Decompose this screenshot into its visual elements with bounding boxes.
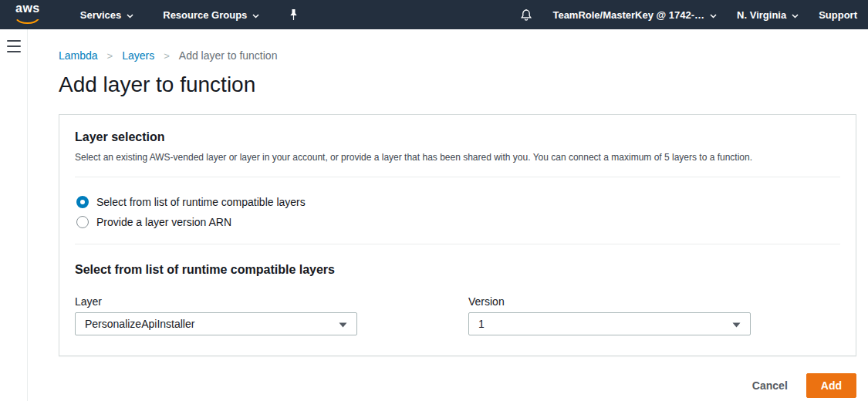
panel-heading: Layer selection: [75, 130, 840, 144]
top-navigation-right: TeamRole/MasterKey @ 1742-… N. Virginia …: [520, 8, 857, 22]
pin-icon[interactable]: [289, 8, 299, 21]
panel-description: Select an existing AWS-vended layer or l…: [75, 152, 840, 163]
aws-logo[interactable]: aws: [15, 2, 40, 28]
breadcrumb-lambda[interactable]: Lambda: [59, 49, 98, 62]
layer-field-label: Layer: [75, 295, 357, 308]
aws-logo-text: aws: [15, 2, 40, 14]
nav-resource-groups[interactable]: Resource Groups: [163, 9, 259, 21]
radio-unselected-icon: [76, 216, 89, 228]
section-heading: Select from list of runtime compatible l…: [75, 263, 840, 277]
nav-account-label: TeamRole/MasterKey @ 1742-…: [552, 9, 704, 21]
version-select[interactable]: 1: [468, 312, 751, 335]
nav-region-menu[interactable]: N. Virginia: [737, 9, 799, 21]
radio-selected-icon: [76, 196, 89, 208]
page-body: Lambda > Layers > Add layer to function …: [0, 29, 868, 401]
main-content: Lambda > Layers > Add layer to function …: [28, 29, 868, 401]
chevron-down-icon: [710, 9, 717, 21]
panel-header: Layer selection Select an existing AWS-v…: [59, 115, 856, 177]
chevron-down-icon: [792, 9, 799, 21]
nav-support[interactable]: Support: [819, 9, 857, 21]
nav-services-label: Services: [80, 9, 122, 21]
select-caret-icon: [732, 318, 741, 330]
radio-runtime-compatible-layers[interactable]: Select from list of runtime compatible l…: [76, 196, 840, 208]
top-navigation-bar: aws Services Resource Groups TeamRole/Ma…: [0, 0, 868, 29]
layer-selection-panel: Layer selection Select an existing AWS-v…: [59, 114, 856, 356]
chevron-down-icon: [127, 9, 133, 21]
runtime-compatible-layers-section: Select from list of runtime compatible l…: [59, 244, 856, 356]
footer-actions: Cancel Add: [59, 373, 856, 398]
nav-support-label: Support: [819, 9, 857, 21]
breadcrumb-separator-icon: >: [164, 50, 170, 62]
layer-select-value: PersonalizeApiInstaller: [85, 318, 194, 330]
left-sidebar: [0, 29, 28, 401]
nav-resource-groups-label: Resource Groups: [163, 9, 247, 21]
breadcrumb: Lambda > Layers > Add layer to function: [59, 49, 856, 62]
page-title: Add layer to function: [59, 72, 856, 97]
notifications-bell-icon[interactable]: [520, 8, 532, 22]
radio-label: Select from list of runtime compatible l…: [96, 196, 306, 208]
radio-label: Provide a layer version ARN: [96, 216, 231, 228]
nav-region-label: N. Virginia: [737, 9, 786, 21]
add-button[interactable]: Add: [806, 373, 856, 398]
aws-logo-smile-icon: [16, 14, 39, 28]
nav-services[interactable]: Services: [80, 9, 134, 21]
layer-version-fields: Layer PersonalizeApiInstaller Version 1: [75, 295, 840, 335]
nav-account-menu[interactable]: TeamRole/MasterKey @ 1742-…: [552, 9, 717, 21]
radio-layer-version-arn[interactable]: Provide a layer version ARN: [76, 216, 840, 228]
layer-source-radio-group: Select from list of runtime compatible l…: [59, 177, 856, 244]
version-select-value: 1: [478, 318, 485, 330]
layer-select[interactable]: PersonalizeApiInstaller: [75, 312, 357, 335]
chevron-down-icon: [252, 9, 259, 21]
breadcrumb-layers[interactable]: Layers: [122, 49, 154, 62]
breadcrumb-separator-icon: >: [107, 50, 113, 62]
version-field: Version 1: [468, 295, 751, 335]
layer-field: Layer PersonalizeApiInstaller: [75, 295, 357, 335]
hamburger-menu-icon[interactable]: [7, 40, 21, 52]
breadcrumb-current-page: Add layer to function: [179, 49, 278, 62]
cancel-button[interactable]: Cancel: [752, 379, 788, 392]
select-caret-icon: [339, 318, 347, 330]
version-field-label: Version: [468, 295, 751, 308]
